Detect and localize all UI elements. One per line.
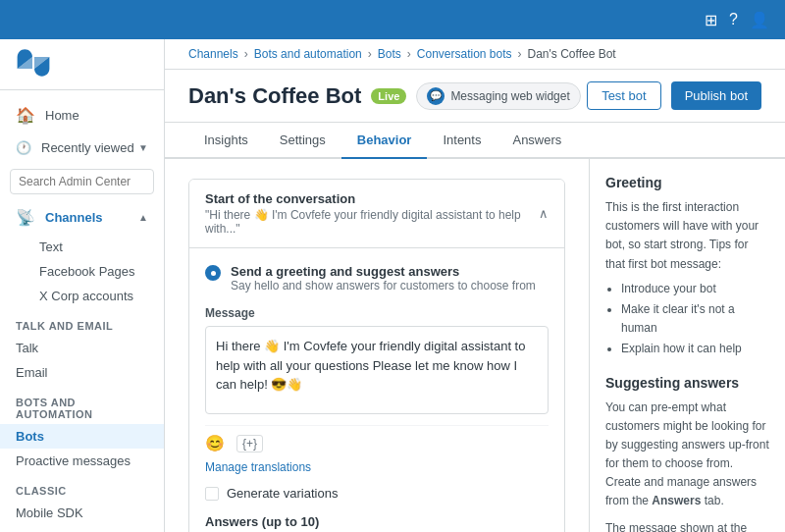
breadcrumb-channels[interactable]: Channels [188,47,238,61]
home-icon: 🏠 [16,106,35,125]
user-icon[interactable]: 👤 [750,11,769,29]
suggesting-text-1: You can pre-empt what customers might be… [605,400,769,508]
channel-label: Messaging web widget [450,89,569,103]
manage-translations-link[interactable]: Manage translations [205,460,549,474]
answers-label: Answers (up to 10) [205,514,549,529]
page-header-actions: Test bot Publish bot [587,81,761,110]
search-container [0,163,164,200]
generate-variations-row: Generate variations [205,486,549,501]
greeting-intro: This is the first interaction customers … [605,200,759,271]
sidebar-item-facebook-pages[interactable]: Facebook Pages [0,259,164,284]
channels-chevron-icon: ▲ [138,212,148,223]
help-icon[interactable]: ? [729,11,738,28]
breadcrumb-current: Dan's Coffee Bot [528,47,616,61]
note-text: The message shown at the start of the co… [605,519,769,532]
card-body: Send a greeting and suggest answers Say … [189,247,564,532]
message-textarea[interactable]: Hi there 👋 I'm Covfefe your friendly dig… [205,326,549,414]
breadcrumb-bots-automation[interactable]: Bots and automation [254,47,362,61]
sidebar-item-channels[interactable]: 📡 Channels ▲ [0,200,164,235]
collapse-icon[interactable]: ∧ [539,206,549,221]
sidebar-item-talk[interactable]: Talk [0,336,164,360]
greeting-title: Greeting [605,175,769,190]
suggesting-title: Suggesting answers [605,375,769,391]
tab-answers[interactable]: Answers [497,123,577,159]
channel-badge: 💬 Messaging web widget [416,82,580,110]
publish-bot-button[interactable]: Publish bot [671,81,761,110]
emoji-button[interactable]: 😊 [205,434,225,452]
content-area: Start of the conversation "Hi there 👋 I'… [165,159,785,532]
sidebar-item-recently-viewed[interactable]: 🕐 Recently viewed ▼ [0,133,164,163]
variable-button[interactable]: {+} [236,435,263,452]
greeting-tips-list: Introduce your bot Make it clear it's no… [605,280,769,359]
greeting-tip-2: Make it clear it's not a human [621,300,769,338]
clock-icon: 🕐 [16,140,31,155]
classic-section-label: Classic [0,477,164,501]
recently-viewed-label: Recently viewed [41,140,134,155]
radio-option-sublabel: Say hello and show answers for customers… [231,279,536,293]
sidebar-logo [0,39,164,90]
chevron-down-icon: ▼ [138,142,148,153]
message-actions: 😊 {+} [205,425,549,452]
suggesting-text-2: tab. [701,494,723,507]
sidebar: 🏠 Home 🕐 Recently viewed ▼ 📡 Channels ▲ … [0,39,165,532]
generate-variations-checkbox[interactable] [205,487,219,501]
behavior-main: Start of the conversation "Hi there 👋 I'… [165,159,589,532]
sidebar-item-home-label: Home [45,108,79,123]
page-header-left: Dan's Coffee Bot Live 💬 Messaging web wi… [188,82,581,110]
channels-label: Channels [45,210,103,225]
generate-variations-label: Generate variations [227,486,338,501]
tab-settings[interactable]: Settings [264,123,341,159]
card-header[interactable]: Start of the conversation "Hi there 👋 I'… [189,180,564,247]
main-content: Channels › Bots and automation › Bots › … [165,39,785,532]
radio-greeting-option[interactable]: Send a greeting and suggest answers Say … [205,264,549,293]
greeting-tip-3: Explain how it can help [621,340,769,358]
sidebar-item-bots[interactable]: Bots [0,424,164,449]
radio-option-label: Send a greeting and suggest answers [231,264,536,279]
topbar: ⊞ ? 👤 [0,0,785,39]
card-header-subtitle: "Hi there 👋 I'm Covfefe your friendly di… [205,208,539,236]
answers-row: Answers (up to 10) Agent transfer ✕ [205,514,549,532]
suggesting-section: Suggesting answers You can pre-empt what… [605,375,769,533]
greeting-text: This is the first interaction customers … [605,198,769,359]
sidebar-item-text[interactable]: Text [0,235,164,259]
radio-circle [205,265,221,281]
breadcrumb-conversation-bots[interactable]: Conversation bots [417,47,512,61]
channels-icon: 📡 [16,208,35,227]
breadcrumb: Channels › Bots and automation › Bots › … [165,39,785,70]
sidebar-item-x-corp-accounts[interactable]: X Corp accounts [0,284,164,308]
sidebar-item-email[interactable]: Email [0,360,164,385]
sidebar-item-home[interactable]: 🏠 Home [0,98,164,133]
suggesting-text: You can pre-empt what customers might be… [605,399,769,511]
sidebar-item-proactive-messages[interactable]: Proactive messages [0,449,164,473]
tabs: Insights Settings Behavior Intents Answe… [165,123,785,159]
answers-link-text: Answers [652,494,701,507]
page-header: Dan's Coffee Bot Live 💬 Messaging web wi… [165,70,785,123]
conversation-start-card: Start of the conversation "Hi there 👋 I'… [188,179,565,532]
sidebar-navigation: 🏠 Home 🕐 Recently viewed ▼ 📡 Channels ▲ … [0,90,164,532]
tab-insights[interactable]: Insights [188,123,264,159]
search-input[interactable] [10,169,154,194]
talk-email-section-label: Talk and email [0,312,164,336]
breadcrumb-bots[interactable]: Bots [378,47,401,61]
card-header-title: Start of the conversation [205,191,539,206]
greeting-tip-1: Introduce your bot [621,280,769,298]
sidebar-item-mobile-sdk[interactable]: Mobile SDK [0,501,164,525]
live-badge: Live [371,88,406,104]
zendesk-logo [16,49,51,77]
page-title: Dan's Coffee Bot [188,83,361,109]
tab-intents[interactable]: Intents [427,123,497,159]
bots-automation-section-label: Bots and automation [0,389,164,424]
greeting-section: Greeting This is the first interaction c… [605,175,769,359]
tab-behavior[interactable]: Behavior [341,123,428,159]
channel-icon: 💬 [427,87,445,105]
info-sidebar: Greeting This is the first interaction c… [589,159,785,532]
test-bot-button[interactable]: Test bot [587,81,661,110]
message-label: Message [205,306,549,320]
grid-icon[interactable]: ⊞ [705,11,717,29]
